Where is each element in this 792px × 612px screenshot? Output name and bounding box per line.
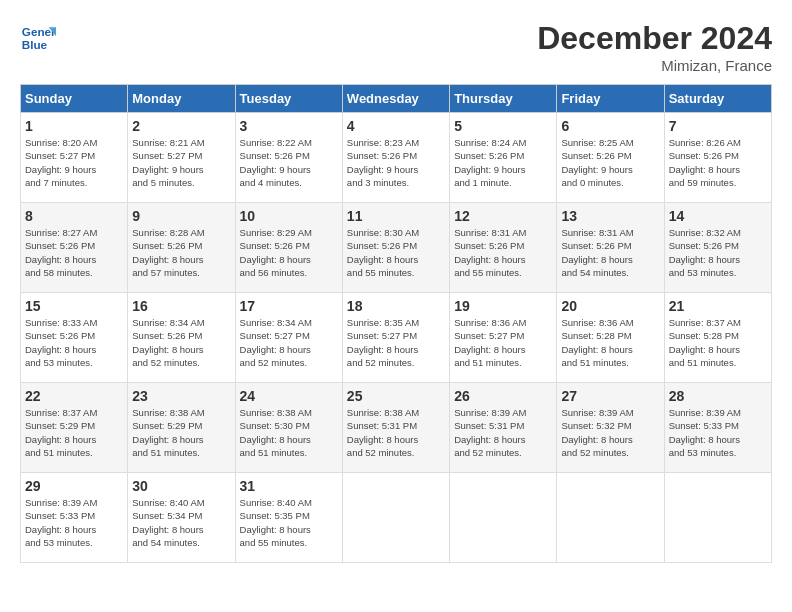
calendar-cell: 3Sunrise: 8:22 AM Sunset: 5:26 PM Daylig… [235,113,342,203]
calendar-cell: 27Sunrise: 8:39 AM Sunset: 5:32 PM Dayli… [557,383,664,473]
day-number: 28 [669,388,767,404]
calendar-cell: 31Sunrise: 8:40 AM Sunset: 5:35 PM Dayli… [235,473,342,563]
weekday-header: Thursday [450,85,557,113]
day-number: 31 [240,478,338,494]
day-info: Sunrise: 8:34 AM Sunset: 5:26 PM Dayligh… [132,316,230,369]
day-number: 9 [132,208,230,224]
day-number: 5 [454,118,552,134]
calendar-cell: 12Sunrise: 8:31 AM Sunset: 5:26 PM Dayli… [450,203,557,293]
day-info: Sunrise: 8:39 AM Sunset: 5:32 PM Dayligh… [561,406,659,459]
day-info: Sunrise: 8:36 AM Sunset: 5:27 PM Dayligh… [454,316,552,369]
location: Mimizan, France [537,57,772,74]
calendar-cell: 9Sunrise: 8:28 AM Sunset: 5:26 PM Daylig… [128,203,235,293]
calendar-cell: 6Sunrise: 8:25 AM Sunset: 5:26 PM Daylig… [557,113,664,203]
page-header: General Blue December 2024 Mimizan, Fran… [20,20,772,74]
calendar-cell: 14Sunrise: 8:32 AM Sunset: 5:26 PM Dayli… [664,203,771,293]
day-info: Sunrise: 8:36 AM Sunset: 5:28 PM Dayligh… [561,316,659,369]
day-number: 11 [347,208,445,224]
calendar-cell: 19Sunrise: 8:36 AM Sunset: 5:27 PM Dayli… [450,293,557,383]
calendar-cell [342,473,449,563]
calendar-cell: 29Sunrise: 8:39 AM Sunset: 5:33 PM Dayli… [21,473,128,563]
calendar-cell: 30Sunrise: 8:40 AM Sunset: 5:34 PM Dayli… [128,473,235,563]
day-info: Sunrise: 8:33 AM Sunset: 5:26 PM Dayligh… [25,316,123,369]
day-info: Sunrise: 8:27 AM Sunset: 5:26 PM Dayligh… [25,226,123,279]
day-number: 22 [25,388,123,404]
weekday-header: Friday [557,85,664,113]
day-info: Sunrise: 8:22 AM Sunset: 5:26 PM Dayligh… [240,136,338,189]
day-number: 25 [347,388,445,404]
calendar-cell: 16Sunrise: 8:34 AM Sunset: 5:26 PM Dayli… [128,293,235,383]
calendar-cell [450,473,557,563]
calendar-cell: 5Sunrise: 8:24 AM Sunset: 5:26 PM Daylig… [450,113,557,203]
day-info: Sunrise: 8:31 AM Sunset: 5:26 PM Dayligh… [454,226,552,279]
day-info: Sunrise: 8:21 AM Sunset: 5:27 PM Dayligh… [132,136,230,189]
day-number: 24 [240,388,338,404]
day-info: Sunrise: 8:23 AM Sunset: 5:26 PM Dayligh… [347,136,445,189]
logo-icon: General Blue [20,20,56,56]
day-number: 29 [25,478,123,494]
day-info: Sunrise: 8:32 AM Sunset: 5:26 PM Dayligh… [669,226,767,279]
calendar-table: SundayMondayTuesdayWednesdayThursdayFrid… [20,84,772,563]
calendar-cell: 25Sunrise: 8:38 AM Sunset: 5:31 PM Dayli… [342,383,449,473]
month-title: December 2024 [537,20,772,57]
day-info: Sunrise: 8:20 AM Sunset: 5:27 PM Dayligh… [25,136,123,189]
calendar-cell: 26Sunrise: 8:39 AM Sunset: 5:31 PM Dayli… [450,383,557,473]
day-info: Sunrise: 8:37 AM Sunset: 5:28 PM Dayligh… [669,316,767,369]
day-number: 1 [25,118,123,134]
day-info: Sunrise: 8:26 AM Sunset: 5:26 PM Dayligh… [669,136,767,189]
calendar-cell: 17Sunrise: 8:34 AM Sunset: 5:27 PM Dayli… [235,293,342,383]
title-area: December 2024 Mimizan, France [537,20,772,74]
day-number: 18 [347,298,445,314]
day-info: Sunrise: 8:29 AM Sunset: 5:26 PM Dayligh… [240,226,338,279]
day-number: 26 [454,388,552,404]
day-number: 16 [132,298,230,314]
calendar-cell: 15Sunrise: 8:33 AM Sunset: 5:26 PM Dayli… [21,293,128,383]
weekday-header: Wednesday [342,85,449,113]
calendar-cell: 24Sunrise: 8:38 AM Sunset: 5:30 PM Dayli… [235,383,342,473]
day-info: Sunrise: 8:39 AM Sunset: 5:31 PM Dayligh… [454,406,552,459]
calendar-cell: 7Sunrise: 8:26 AM Sunset: 5:26 PM Daylig… [664,113,771,203]
day-number: 19 [454,298,552,314]
calendar-cell: 10Sunrise: 8:29 AM Sunset: 5:26 PM Dayli… [235,203,342,293]
day-number: 17 [240,298,338,314]
day-number: 20 [561,298,659,314]
day-number: 21 [669,298,767,314]
day-info: Sunrise: 8:38 AM Sunset: 5:31 PM Dayligh… [347,406,445,459]
day-number: 7 [669,118,767,134]
weekday-header: Sunday [21,85,128,113]
calendar-cell: 21Sunrise: 8:37 AM Sunset: 5:28 PM Dayli… [664,293,771,383]
calendar-cell: 20Sunrise: 8:36 AM Sunset: 5:28 PM Dayli… [557,293,664,383]
day-info: Sunrise: 8:39 AM Sunset: 5:33 PM Dayligh… [669,406,767,459]
day-info: Sunrise: 8:25 AM Sunset: 5:26 PM Dayligh… [561,136,659,189]
calendar-cell [557,473,664,563]
day-info: Sunrise: 8:24 AM Sunset: 5:26 PM Dayligh… [454,136,552,189]
day-info: Sunrise: 8:30 AM Sunset: 5:26 PM Dayligh… [347,226,445,279]
day-number: 2 [132,118,230,134]
weekday-header: Monday [128,85,235,113]
svg-text:Blue: Blue [22,38,48,51]
day-info: Sunrise: 8:28 AM Sunset: 5:26 PM Dayligh… [132,226,230,279]
svg-text:General: General [22,25,56,38]
calendar-cell: 2Sunrise: 8:21 AM Sunset: 5:27 PM Daylig… [128,113,235,203]
day-number: 3 [240,118,338,134]
calendar-cell: 28Sunrise: 8:39 AM Sunset: 5:33 PM Dayli… [664,383,771,473]
weekday-header: Tuesday [235,85,342,113]
day-info: Sunrise: 8:40 AM Sunset: 5:35 PM Dayligh… [240,496,338,549]
calendar-cell: 18Sunrise: 8:35 AM Sunset: 5:27 PM Dayli… [342,293,449,383]
calendar-cell [664,473,771,563]
day-info: Sunrise: 8:39 AM Sunset: 5:33 PM Dayligh… [25,496,123,549]
calendar-cell: 22Sunrise: 8:37 AM Sunset: 5:29 PM Dayli… [21,383,128,473]
day-number: 27 [561,388,659,404]
calendar-cell: 13Sunrise: 8:31 AM Sunset: 5:26 PM Dayli… [557,203,664,293]
calendar-cell: 23Sunrise: 8:38 AM Sunset: 5:29 PM Dayli… [128,383,235,473]
weekday-header: Saturday [664,85,771,113]
day-number: 10 [240,208,338,224]
day-number: 23 [132,388,230,404]
day-number: 6 [561,118,659,134]
calendar-cell: 11Sunrise: 8:30 AM Sunset: 5:26 PM Dayli… [342,203,449,293]
day-info: Sunrise: 8:34 AM Sunset: 5:27 PM Dayligh… [240,316,338,369]
calendar-cell: 8Sunrise: 8:27 AM Sunset: 5:26 PM Daylig… [21,203,128,293]
day-number: 8 [25,208,123,224]
logo: General Blue [20,20,56,56]
calendar-cell: 1Sunrise: 8:20 AM Sunset: 5:27 PM Daylig… [21,113,128,203]
